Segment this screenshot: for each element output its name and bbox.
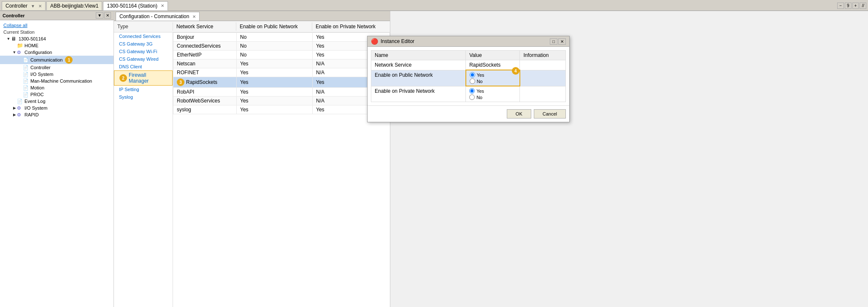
dialog-title-bar: 🔴 Instance Editor □ ✕ [368, 36, 569, 47]
instance-row-ns: Network Service RapidSockets [371, 60, 566, 70]
instance-cell-info-priv [520, 86, 566, 102]
instance-table-body: Network Service RapidSockets Enable on P… [371, 60, 566, 102]
radio-group-pub: Yes No [470, 72, 516, 84]
radio-pub-no[interactable]: No [470, 78, 516, 84]
badge-4: 4 [512, 67, 519, 75]
dialog-footer: OK Cancel [368, 105, 569, 122]
instance-table-header: Name Value Information [371, 51, 566, 60]
instance-cell-name-ns: Network Service [371, 60, 466, 70]
instance-row-priv: Enable on Private Network Yes No [371, 86, 566, 102]
instance-cell-value-priv: Yes No [466, 86, 520, 102]
instance-row-pub: Enable on Public Network Yes No 4 [371, 70, 566, 86]
dialog-title-text: Instance Editor [381, 38, 414, 44]
instance-cell-name-pub: Enable on Public Network [371, 70, 466, 86]
dialog-overlay: 🔴 Instance Editor □ ✕ Name Value Informa… [0, 0, 868, 307]
instance-cell-info-ns [520, 60, 566, 70]
radio-priv-no-input[interactable] [469, 94, 475, 100]
dialog-title: 🔴 Instance Editor [371, 38, 414, 45]
col-info-header: Information [520, 51, 566, 60]
col-value-header: Value [466, 51, 520, 60]
dialog-content: Name Value Information Network Service R… [368, 47, 569, 105]
radio-pub-yes[interactable]: Yes [470, 72, 516, 78]
dialog-minimize-btn[interactable]: □ [550, 38, 557, 45]
radio-priv-yes[interactable]: Yes [469, 88, 516, 94]
radio-pub-no-input[interactable] [470, 78, 475, 84]
ok-button[interactable]: OK [507, 109, 531, 118]
dialog-title-icon: 🔴 [371, 38, 378, 45]
radio-pub-yes-input[interactable] [470, 72, 475, 78]
cancel-button[interactable]: Cancel [534, 109, 566, 118]
instance-cell-value-ns: RapidSockets [466, 60, 520, 70]
dialog-close-btn[interactable]: ✕ [558, 38, 566, 45]
radio-group-priv: Yes No [469, 88, 516, 100]
dialog-controls: □ ✕ [550, 38, 566, 45]
col-name-header: Name [371, 51, 466, 60]
instance-table: Name Value Information Network Service R… [371, 50, 566, 102]
instance-cell-value-pub: Yes No 4 [466, 70, 520, 86]
instance-cell-name-priv: Enable on Private Network [371, 86, 466, 102]
radio-priv-yes-input[interactable] [469, 88, 475, 94]
radio-priv-no[interactable]: No [469, 94, 516, 100]
instance-editor-dialog: 🔴 Instance Editor □ ✕ Name Value Informa… [367, 36, 570, 122]
instance-cell-info-pub [520, 70, 566, 86]
